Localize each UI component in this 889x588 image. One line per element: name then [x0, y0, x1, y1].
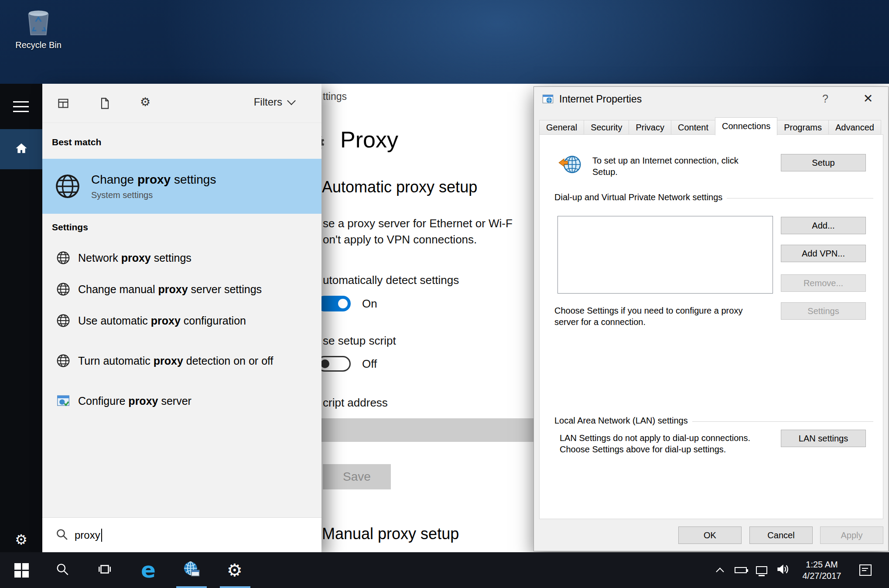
start-button[interactable] — [10, 552, 32, 588]
script-address-input[interactable] — [305, 418, 534, 442]
result-label: Turn automatic proxy detection on or off — [78, 352, 283, 369]
search-icon — [55, 562, 69, 578]
search-flyout: ⚙ Filters Best match Change proxy settin… — [42, 84, 321, 552]
dialup-connections-list[interactable] — [557, 216, 773, 294]
lan-group: Local Area Network (LAN) settings — [554, 415, 873, 426]
tab-programs[interactable]: Programs — [777, 120, 829, 135]
proxy-description-line2: on't apply to VPN connections. — [323, 233, 477, 246]
close-icon[interactable]: ✕ — [856, 92, 880, 105]
dialup-group: Dial-up and Virtual Private Network sett… — [554, 191, 873, 203]
recycle-bin[interactable]: Recycle Bin — [11, 4, 65, 50]
taskbar-settings-button[interactable]: ⚙ — [222, 552, 247, 588]
settings-window-title: ttings — [323, 91, 347, 103]
menu-hamburger-button[interactable] — [13, 101, 29, 112]
rail-settings-gear-icon[interactable]: ⚙ — [0, 531, 42, 548]
result-configure-proxy-server[interactable]: Configure proxy server — [42, 385, 321, 417]
result-use-automatic-proxy[interactable]: Use automatic proxy configuration — [42, 305, 321, 336]
lan-settings-button[interactable]: LAN settings — [781, 430, 866, 447]
globe-icon — [56, 354, 70, 368]
filters-label: Filters — [254, 96, 282, 108]
toggle-knob — [321, 359, 329, 368]
apps-filter-icon[interactable] — [57, 97, 69, 111]
volume-icon — [775, 562, 789, 578]
gear-icon: ⚙ — [227, 560, 243, 580]
remove-button[interactable]: Remove... — [781, 274, 866, 292]
detect-settings-label: utomatically detect settings — [323, 273, 459, 287]
settings-section-header: Settings — [52, 222, 88, 232]
tray-show-hidden-icons[interactable] — [712, 552, 728, 588]
apply-button[interactable]: Apply — [820, 526, 883, 544]
best-match-result[interactable]: Change proxy settings System settings — [42, 159, 321, 214]
text-cursor — [101, 529, 102, 542]
proxy-page-title: Proxy — [340, 126, 398, 153]
network-icon — [756, 566, 767, 574]
manual-proxy-setup-heading: Manual proxy setup — [322, 525, 459, 543]
taskbar-internet-properties-button[interactable] — [179, 552, 204, 588]
setup-description: To set up an Internet connection, click … — [592, 155, 743, 178]
search-query: proxy — [75, 529, 100, 541]
home-icon — [14, 141, 28, 157]
setup-button[interactable]: Setup — [781, 154, 866, 171]
result-label: Configure proxy server — [78, 393, 283, 409]
taskbar-clock[interactable]: 1:25 AM 4/27/2017 — [794, 552, 850, 588]
dialog-title: Internet Properties — [559, 93, 642, 105]
tab-advanced[interactable]: Advanced — [828, 120, 881, 135]
globe-icon — [56, 314, 70, 328]
tab-security[interactable]: Security — [584, 120, 629, 135]
tab-content[interactable]: Content — [671, 120, 715, 135]
documents-filter-icon[interactable] — [99, 97, 111, 111]
choose-settings-text: Choose Settings if you need to configure… — [554, 305, 764, 328]
lan-description-line1: LAN Settings do not apply to dial-up con… — [560, 432, 750, 444]
taskbar-search-button[interactable] — [51, 552, 73, 588]
taskbar: e ⚙ — [0, 552, 889, 588]
add-vpn-button[interactable]: Add VPN... — [781, 245, 866, 262]
best-match-title: Change proxy settings — [91, 173, 216, 187]
globe-icon — [55, 173, 81, 199]
tab-privacy[interactable]: Privacy — [629, 120, 671, 135]
dialog-titlebar[interactable]: Internet Properties ? ✕ — [534, 87, 888, 112]
internet-connection-globe-icon — [558, 152, 582, 177]
rail-item-home[interactable] — [0, 129, 42, 169]
dialup-group-label: Dial-up and Virtual Private Network sett… — [554, 191, 722, 203]
result-label: Use automatic proxy configuration — [78, 312, 283, 329]
settings-button[interactable]: Settings — [781, 302, 866, 320]
proxy-description-line1: se a proxy server for Ethernet or Wi-F — [323, 217, 513, 230]
help-button[interactable]: ? — [817, 92, 834, 105]
save-button[interactable]: Save — [323, 464, 391, 489]
add-button[interactable]: Add... — [781, 217, 866, 234]
task-view-button[interactable] — [93, 552, 116, 588]
tray-volume[interactable] — [772, 552, 792, 588]
result-label: Change manual proxy server settings — [78, 281, 283, 297]
chevron-up-icon — [716, 567, 724, 575]
best-match-subtitle: System settings — [91, 190, 216, 200]
clock-time: 1:25 AM — [806, 559, 838, 570]
result-turn-automatic-detection[interactable]: Turn automatic proxy detection on or off — [42, 336, 321, 385]
tab-connections[interactable]: Connections — [715, 117, 777, 135]
tab-general[interactable]: General — [539, 120, 584, 135]
action-center-button[interactable] — [854, 552, 877, 588]
search-input[interactable]: proxy — [42, 517, 321, 552]
settings-filter-icon[interactable]: ⚙ — [140, 95, 150, 109]
tray-battery[interactable] — [731, 552, 750, 588]
taskbar-edge-button[interactable]: e — [136, 552, 161, 588]
battery-icon — [735, 567, 747, 573]
tab-strip: General Security Privacy Content Connect… — [539, 117, 884, 135]
search-filter-bar: ⚙ Filters — [42, 84, 321, 123]
windows-logo-icon — [14, 563, 29, 578]
globe-icon — [56, 282, 70, 296]
tray-network[interactable] — [752, 552, 771, 588]
search-rail: ⚙ — [0, 84, 42, 552]
cancel-button[interactable]: Cancel — [749, 526, 813, 544]
result-change-manual-proxy[interactable]: Change manual proxy server settings — [42, 273, 321, 305]
internet-properties-icon — [542, 93, 554, 106]
filters-dropdown[interactable]: Filters — [254, 96, 294, 108]
script-address-label: cript address — [323, 396, 388, 410]
ok-button[interactable]: OK — [678, 526, 742, 544]
toggle-knob — [338, 299, 348, 308]
result-network-proxy-settings[interactable]: Network proxy settings — [42, 242, 321, 273]
setup-script-toggle[interactable] — [317, 356, 351, 372]
lan-description-line2: Choose Settings above for dial-up settin… — [560, 444, 726, 455]
detect-settings-toggle[interactable] — [317, 296, 351, 311]
active-app-indicator — [176, 586, 207, 588]
best-match-header: Best match — [52, 137, 101, 147]
